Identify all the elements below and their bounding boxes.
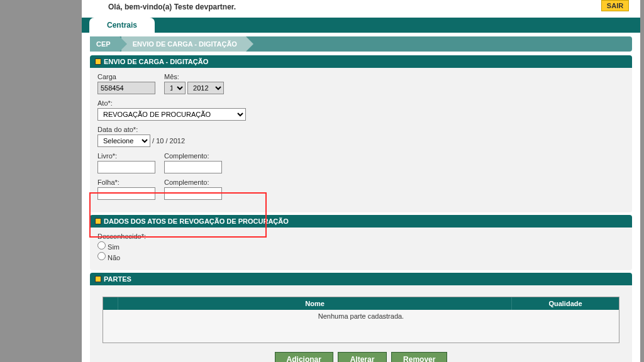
panel-partes: PARTES Nome Qualidade Nenhuma parte cada… <box>90 273 632 362</box>
adicionar-button[interactable]: Adicionar <box>275 352 333 362</box>
partes-grid: Nome Qualidade Nenhuma parte cadastrada. <box>103 297 619 343</box>
panel-partes-header: PARTES <box>90 273 632 285</box>
dataato-label: Data do ato*: <box>97 126 625 133</box>
logout-button[interactable]: SAIR <box>601 0 629 11</box>
header-bar: Olá, bem-vindo(a) Teste devpartner. SAIR <box>82 0 640 18</box>
alterar-button[interactable]: Alterar <box>338 352 387 362</box>
mes-select[interactable]: 10 <box>164 82 186 94</box>
carga-input[interactable] <box>97 82 155 94</box>
dataato-select[interactable]: Selecione <box>97 134 150 147</box>
carga-label: Carga <box>97 73 155 80</box>
panel-envio-header: ENVIO DE CARGA - DIGITAÇÃO <box>90 55 632 68</box>
livro-label: Livro*: <box>97 152 155 160</box>
panel-dados-revogacao: DADOS DOS ATOS DE REVOGAÇÃO DE PROCURAÇÃ… <box>90 215 632 270</box>
radio-nao-label[interactable]: Não <box>97 252 618 261</box>
remover-button[interactable]: Remover <box>391 352 447 362</box>
folha-label: Folha*: <box>97 178 155 186</box>
tab-centrais[interactable]: Centrais <box>89 18 155 33</box>
panel-envio-title: ENVIO DE CARGA - DIGITAÇÃO <box>104 58 208 65</box>
ato-select[interactable]: REVOGAÇÃO DE PROCURAÇÃO <box>97 108 246 121</box>
panel-envio-carga: ENVIO DE CARGA - DIGITAÇÃO Carga Mês: 10… <box>90 55 632 212</box>
panel-marker-icon <box>95 276 101 282</box>
panel-dados-title: DADOS DOS ATOS DE REVOGAÇÃO DE PROCURAÇÃ… <box>104 217 289 225</box>
ato-label: Ato*: <box>97 99 625 107</box>
breadcrumb-cep[interactable]: CEP <box>90 36 119 52</box>
compl2-label: Complemento: <box>164 178 222 186</box>
panel-partes-title: PARTES <box>104 275 131 283</box>
radio-nao[interactable] <box>97 252 106 260</box>
breadcrumb-envio[interactable]: ENVIO DE CARGA - DIGITAÇÃO <box>121 36 246 52</box>
grid-empty-text: Nenhuma parte cadastrada. <box>103 310 619 343</box>
radio-sim[interactable] <box>97 241 106 250</box>
grid-select-col[interactable] <box>103 297 118 310</box>
panel-marker-icon <box>95 218 101 224</box>
breadcrumb: CEP ENVIO DE CARGA - DIGITAÇÃO <box>90 36 632 52</box>
mes-label: Mês: <box>164 73 224 80</box>
compl1-label: Complemento: <box>164 152 222 160</box>
ano-select[interactable]: 2012 <box>187 82 224 94</box>
tab-strip: Centrais <box>82 18 640 33</box>
welcome-text: Olá, bem-vindo(a) Teste devpartner. <box>108 3 236 11</box>
desconhecido-label: Desconhecido*: <box>97 233 625 240</box>
livro-input[interactable] <box>97 161 155 173</box>
radio-sim-label[interactable]: Sim <box>97 241 618 251</box>
panel-dados-header: DADOS DOS ATOS DE REVOGAÇÃO DE PROCURAÇÃ… <box>90 215 632 228</box>
panel-marker-icon <box>95 58 101 65</box>
grid-col-nome[interactable]: Nome <box>118 297 512 310</box>
folha-input[interactable] <box>97 187 155 200</box>
compl1-input[interactable] <box>164 161 222 173</box>
grid-col-qualidade[interactable]: Qualidade <box>512 297 619 310</box>
dataato-suffix: / 10 / 2012 <box>152 137 185 145</box>
compl2-input[interactable] <box>164 187 222 200</box>
